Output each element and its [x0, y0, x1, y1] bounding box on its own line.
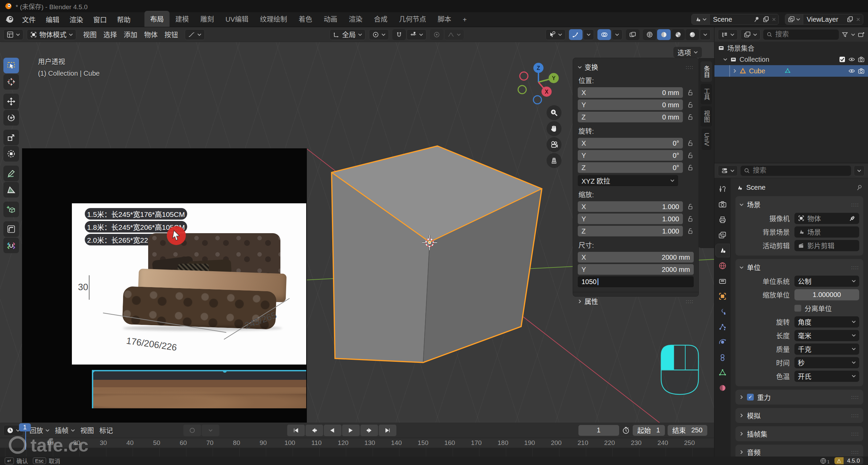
render-visibility-icon[interactable]: [858, 56, 865, 63]
temperature-unit-dropdown[interactable]: 开氏: [794, 371, 859, 382]
menu-窗口[interactable]: 窗口: [88, 12, 112, 27]
workspace-tab-雕刻[interactable]: 雕刻: [195, 11, 220, 27]
workspace-tab-合成[interactable]: 合成: [368, 11, 393, 27]
pin-icon[interactable]: [856, 184, 863, 191]
proportional-falloff-dropdown[interactable]: [444, 29, 464, 40]
visibility-dropdown[interactable]: [546, 29, 566, 40]
selection-handle[interactable]: [92, 370, 95, 373]
workspace-tab-布局[interactable]: 布局: [144, 11, 170, 27]
section-title[interactable]: 单位: [747, 262, 761, 272]
section-音频[interactable]: 音频::::: [735, 445, 863, 457]
gravity-checkbox[interactable]: ✓: [747, 394, 754, 401]
auto-keying-toggle[interactable]: [183, 425, 201, 436]
next-keyframe-button[interactable]: [360, 425, 378, 436]
frame-end-field[interactable]: 结束250: [668, 425, 707, 436]
scale-y-field[interactable]: Y1.000: [578, 213, 683, 224]
shading-dropdown[interactable]: [700, 29, 711, 40]
filter-dropdown-icon[interactable]: [851, 33, 855, 36]
playhead[interactable]: [25, 431, 26, 450]
lock-icon[interactable]: [686, 101, 694, 109]
pivot-point-dropdown[interactable]: [369, 29, 389, 40]
background-scene-field[interactable]: 场景: [794, 226, 859, 238]
properties-tab-object[interactable]: [716, 290, 729, 303]
selection-border-left[interactable]: [92, 370, 93, 408]
mode-dropdown[interactable]: 物体模式: [27, 29, 76, 40]
proportional-editing-toggle[interactable]: [430, 29, 443, 40]
workspace-tab-着色[interactable]: 着色: [293, 11, 318, 27]
jump-start-button[interactable]: [287, 425, 305, 436]
viewlayer-icon[interactable]: [785, 14, 803, 24]
ruler-frame-160[interactable]: 160: [444, 439, 455, 447]
snap-magnet-toggle[interactable]: [392, 29, 406, 40]
select-box-tool[interactable]: [3, 58, 19, 73]
collapse-icon[interactable]: [723, 58, 727, 61]
lock-icon[interactable]: [686, 203, 694, 210]
ruler-frame-20[interactable]: 20: [73, 439, 80, 447]
ruler-frame-180[interactable]: 180: [498, 439, 509, 447]
camera-field[interactable]: 物体: [794, 213, 859, 224]
pin-icon[interactable]: [753, 16, 760, 23]
outliner-search[interactable]: [763, 30, 839, 40]
lock-icon[interactable]: [686, 113, 694, 121]
workspace-tab-渲染[interactable]: 渲染: [343, 11, 368, 27]
viewport-menu-视图[interactable]: 视图: [80, 30, 100, 39]
outliner-row-scene-collection[interactable]: 场景集合: [714, 42, 868, 54]
properties-tab-scene[interactable]: [716, 244, 729, 257]
falloff-widget[interactable]: [185, 29, 205, 40]
properties-options-dropdown[interactable]: [854, 165, 865, 176]
outliner-display-mode-dropdown[interactable]: [718, 29, 738, 40]
location-y-field[interactable]: Y0 mm: [578, 99, 683, 110]
duplicate-icon[interactable]: [763, 16, 769, 23]
rotation-z-field[interactable]: Z0°: [578, 162, 683, 173]
properties-tab-tool[interactable]: [716, 183, 729, 196]
collapse-icon[interactable]: [739, 203, 744, 206]
timeline-keyframe-strip[interactable]: [0, 448, 714, 457]
viewlayer-name[interactable]: ViewLayer: [803, 16, 844, 23]
menu-编辑[interactable]: 编辑: [41, 12, 64, 27]
sidebar-tab-条目[interactable]: 条目: [701, 61, 712, 82]
collection-label[interactable]: Collection: [739, 56, 769, 63]
separate-units-checkbox[interactable]: [794, 305, 801, 312]
properties-editor-type-button[interactable]: [718, 165, 738, 176]
ruler-frame-210[interactable]: 210: [577, 439, 588, 447]
ruler-frame-240[interactable]: 240: [657, 439, 668, 447]
keying-set-dropdown[interactable]: [202, 425, 219, 436]
viewport-menu-物体[interactable]: 物体: [141, 30, 161, 39]
properties-search[interactable]: [741, 166, 851, 176]
ruler-frame-80[interactable]: 80: [233, 439, 240, 447]
gizmos-toggle[interactable]: [569, 29, 583, 40]
version-badge[interactable]: ⚠ 4.5.0: [834, 457, 863, 464]
active-clip-field[interactable]: 影片剪辑: [794, 240, 859, 251]
transform-panel-title[interactable]: 变换: [585, 62, 598, 72]
bed-closeup-image[interactable]: [92, 370, 306, 408]
outliner-row-collection[interactable]: Collection: [714, 54, 868, 65]
workspace-tab-add[interactable]: +: [457, 13, 473, 27]
object-name[interactable]: Cube: [749, 67, 765, 75]
hide-eye-icon[interactable]: [848, 68, 855, 74]
properties-tab-constraints[interactable]: [716, 351, 729, 364]
sidebar-tab-工具[interactable]: 工具: [701, 84, 712, 104]
lock-icon[interactable]: [686, 152, 694, 159]
lock-icon[interactable]: [686, 164, 694, 171]
filter-icon[interactable]: [842, 31, 848, 38]
timeline-menu-插帧[interactable]: 插帧: [52, 425, 78, 435]
section-重力[interactable]: ✓重力::::: [735, 390, 863, 405]
rotate-tool[interactable]: [3, 110, 19, 126]
ruler-frame-220[interactable]: 220: [604, 439, 615, 447]
section-title[interactable]: 场景: [747, 200, 761, 209]
mass-unit-dropdown[interactable]: 千克: [794, 343, 859, 355]
duplicate-icon[interactable]: [847, 16, 853, 23]
section-插帧集[interactable]: 插帧集::::: [735, 426, 863, 441]
unit-system-dropdown[interactable]: 公制: [794, 276, 859, 287]
render-visibility-icon[interactable]: [858, 68, 865, 74]
shading-solid-button[interactable]: [657, 29, 671, 40]
ruler-frame-100[interactable]: 100: [284, 439, 295, 447]
ruler-frame-70[interactable]: 70: [206, 439, 214, 447]
timeline-ruler[interactable]: 1020304050607080901001101201301401501601…: [0, 438, 714, 448]
workspace-tab-纹理绘制[interactable]: 纹理绘制: [254, 11, 293, 27]
collapse-icon[interactable]: [578, 66, 582, 69]
rotation-y-field[interactable]: Y0°: [578, 150, 683, 161]
properties-tab-material[interactable]: [716, 382, 729, 394]
viewlayer-selector[interactable]: ViewLayer ×: [785, 14, 863, 25]
xray-toggle[interactable]: [626, 29, 639, 40]
